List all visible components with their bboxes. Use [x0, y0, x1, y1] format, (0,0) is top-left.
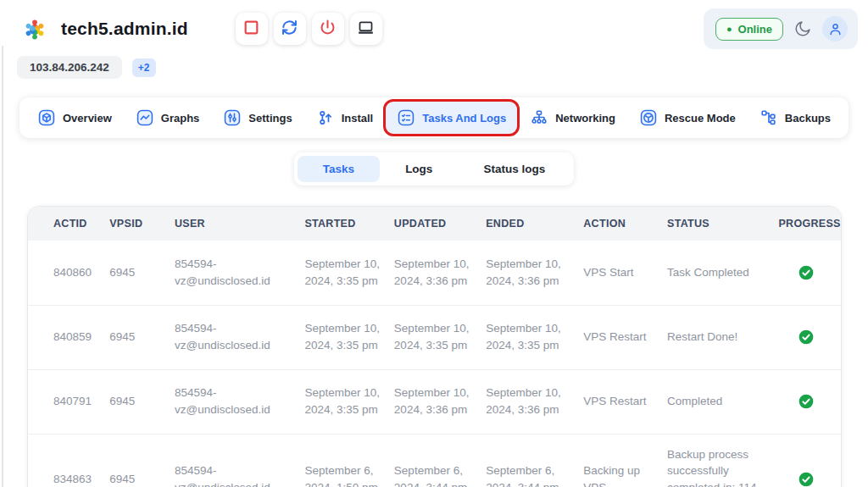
cell-actid: 840859 [28, 305, 103, 369]
tab-tasks-and-logs[interactable]: Tasks And Logs [386, 102, 517, 134]
cell-vpsid: 6945 [103, 241, 168, 305]
tab-label: Networking [555, 112, 615, 125]
column-header-progress: PROGRESS [771, 207, 841, 241]
dark-mode-toggle[interactable] [793, 19, 812, 38]
cell-actid: 840860 [28, 241, 103, 305]
cell-status: Task Completed [660, 241, 771, 305]
cell-progress [771, 369, 841, 434]
cell-user: 854594-vz@undisclosed.id [168, 369, 298, 434]
tab-rescue-mode[interactable]: Rescue Mode [628, 102, 747, 134]
console-icon [357, 19, 375, 39]
networking-icon [530, 108, 548, 127]
ip-row: 103.84.206.242 +2 [0, 47, 868, 79]
table-row: 8408596945854594-vz@undisclosed.idSeptem… [28, 305, 841, 369]
cell-started: September 10, 2024, 3:35 pm [298, 305, 387, 369]
status-badge: ● Online [715, 18, 783, 41]
cell-vpsid: 6945 [103, 305, 168, 369]
online-dot-icon: ● [726, 25, 732, 34]
cell-progress [771, 305, 841, 369]
cell-user: 854594-vz@undisclosed.id [168, 241, 298, 305]
user-avatar-button[interactable] [822, 16, 848, 42]
page-edge-line [2, 46, 3, 487]
tab-backups[interactable]: Backups [748, 102, 842, 134]
tab-label: Settings [248, 112, 292, 125]
graphs-icon [136, 108, 154, 127]
tab-label: Backups [785, 112, 831, 125]
column-header-ended: ENDED [479, 207, 576, 241]
column-header-started: STARTED [298, 207, 387, 241]
column-header-updated: UPDATED [387, 207, 479, 241]
cell-updated: September 10, 2024, 3:35 pm [387, 305, 479, 369]
success-check-icon [798, 330, 815, 343]
cell-user: 854594-vz@undisclosed.id [168, 434, 298, 487]
tech5-logo-icon [17, 11, 53, 47]
cell-updated: September 10, 2024, 3:36 pm [387, 369, 479, 434]
cell-user: 854594-vz@undisclosed.id [168, 305, 298, 369]
power-button[interactable] [312, 13, 344, 45]
cell-progress [771, 241, 841, 305]
cell-ended: September 10, 2024, 3:35 pm [479, 305, 576, 369]
user-status-card: ● Online [704, 8, 858, 49]
page-title: tech5.admin.id [61, 19, 188, 39]
power-icon [319, 19, 337, 39]
table-row: 8408606945854594-vz@undisclosed.idSeptem… [28, 241, 841, 305]
refresh-icon [281, 19, 298, 39]
backups-icon [760, 108, 778, 127]
cell-action: VPS Start [576, 241, 660, 305]
tab-label: Overview [63, 112, 112, 125]
cell-ended: September 10, 2024, 3:36 pm [479, 369, 576, 434]
cell-status: Restart Done! [660, 305, 771, 369]
cell-action: VPS Restart [576, 369, 660, 434]
column-header-action: ACTION [576, 207, 660, 241]
cell-ended: September 10, 2024, 3:36 pm [479, 241, 576, 305]
column-header-actid: ACTID [28, 207, 103, 241]
success-check-icon [798, 395, 815, 407]
cell-vpsid: 6945 [103, 369, 168, 434]
tab-label: Rescue Mode [665, 112, 736, 125]
table-header-row: ACTIDVPSIDUSERSTARTEDUPDATEDENDEDACTIONS… [28, 207, 841, 241]
tab-graphs[interactable]: Graphs [125, 102, 211, 134]
cell-started: September 6, 2024, 1:50 pm [298, 434, 387, 487]
column-header-status: STATUS [660, 207, 771, 241]
cell-status: Backup process successfully completed in… [660, 434, 771, 487]
cell-actid: 840791 [28, 369, 103, 434]
success-check-icon [798, 266, 815, 279]
tasks-table: ACTIDVPSIDUSERSTARTEDUPDATEDENDEDACTIONS… [28, 207, 841, 487]
subtab-status-logs[interactable]: Status logs [458, 156, 570, 182]
tab-networking[interactable]: Networking [519, 102, 626, 134]
vps-nav-tabs: OverviewGraphsSettingsInstallTasks And L… [19, 97, 849, 138]
table-row: 8407916945854594-vz@undisclosed.idSeptem… [28, 369, 841, 434]
tab-label: Tasks And Logs [422, 112, 506, 125]
ip-address-badge: 103.84.206.242 [17, 56, 122, 79]
stop-icon [242, 19, 260, 39]
cell-started: September 10, 2024, 3:35 pm [298, 241, 387, 305]
tab-install[interactable]: Install [305, 102, 385, 134]
vps-action-buttons [236, 13, 382, 45]
subtab-logs[interactable]: Logs [380, 156, 458, 182]
cell-status: Completed [660, 369, 771, 434]
cell-updated: September 6, 2024, 3:44 pm [387, 434, 479, 487]
refresh-button[interactable] [274, 13, 306, 45]
cell-action: VPS Restart [576, 305, 660, 369]
settings-icon [223, 108, 242, 127]
ip-more-badge[interactable]: +2 [132, 58, 156, 77]
cell-started: September 10, 2024, 3:35 pm [298, 369, 387, 434]
console-button[interactable] [350, 13, 382, 45]
tasks-icon [397, 108, 415, 127]
column-header-vpsid: VPSID [103, 207, 168, 241]
install-icon [316, 108, 335, 127]
subtab-tasks[interactable]: Tasks [298, 156, 380, 182]
table-row: 8348636945854594-vz@undisclosed.idSeptem… [28, 434, 841, 487]
tab-overview[interactable]: Overview [26, 102, 123, 134]
tasks-table-card: ACTIDVPSIDUSERSTARTEDUPDATEDENDEDACTIONS… [28, 207, 841, 487]
cell-ended: September 6, 2024, 3:44 pm [479, 434, 576, 487]
tab-label: Graphs [161, 112, 200, 125]
column-header-user: USER [168, 207, 298, 241]
tab-settings[interactable]: Settings [212, 102, 303, 134]
success-check-icon [798, 472, 815, 484]
cell-action: Backing up VPS [576, 434, 660, 487]
stop-button[interactable] [236, 13, 268, 45]
tab-label: Install [342, 112, 374, 125]
cell-progress [771, 434, 841, 487]
cell-actid: 834863 [28, 434, 103, 487]
